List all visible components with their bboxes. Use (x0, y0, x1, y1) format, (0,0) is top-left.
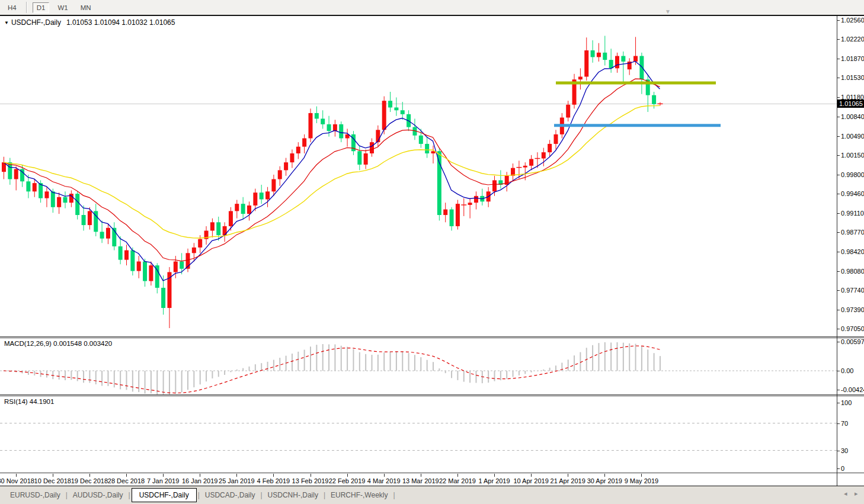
date-axis-tick (384, 474, 385, 477)
date-axis-tick (89, 474, 90, 477)
rsi-axis-tick (837, 451, 840, 451)
price-axis-label: 0.97390 (841, 306, 864, 313)
date-axis-tick (347, 474, 348, 477)
date-axis-tick (568, 474, 568, 477)
rsi-name: RSI(14) (4, 398, 28, 405)
date-axis-tick (604, 474, 605, 477)
date-axis-tick (163, 474, 164, 477)
price-axis-tick (837, 329, 840, 329)
price-axis-tick (837, 194, 840, 194)
date-axis-tick (531, 474, 532, 477)
macd-axis-tick (837, 390, 840, 390)
chart-ohlc-values: 1.01053 1.01094 1.01032 1.01065 (66, 18, 175, 27)
chart-title: ▼USDCHF-,Daily1.01053 1.01094 1.01032 1.… (4, 18, 175, 27)
mt4-window: H4D1W1MN ▼ ▼USDCHF-,Daily1.01053 1.01094… (0, 0, 864, 504)
tab-eurchf-weekly[interactable]: EURCHF-,Weekly (325, 489, 393, 501)
tab-scroll-left-icon[interactable]: ◂ (844, 490, 847, 497)
price-axis-tick (837, 175, 840, 175)
tab-usdchf-daily[interactable]: USDCHF-,Daily (132, 488, 197, 502)
price-axis-tick (837, 310, 840, 310)
tab-usdcnh-daily[interactable]: USDCNH-,Daily (263, 489, 324, 501)
macd-label: MACD(12,26,9) 0.001548 0.003420 (4, 340, 112, 347)
price-axis-label: 0.98080 (841, 268, 864, 275)
tab-eurusd-daily[interactable]: EURUSD-,Daily (5, 489, 66, 501)
date-axis-tick (641, 474, 642, 477)
panel-separator (0, 473, 864, 473)
price-axis-tick (837, 232, 840, 233)
price-axis-tick (837, 290, 840, 291)
candles (2, 36, 663, 328)
timeframe-button-d1[interactable]: D1 (33, 2, 50, 13)
toolbar-separator (26, 2, 27, 13)
macd-axis-label: -0.004243 (841, 386, 864, 393)
price-axis-label: 0.99110 (841, 210, 864, 217)
price-axis-tick (837, 20, 840, 21)
chart-symbol-label: USDCHF-,Daily (11, 18, 61, 27)
price-axis-label: 0.99460 (841, 190, 864, 197)
rsi-axis-tick (837, 468, 840, 469)
price-axis-tick (837, 78, 840, 78)
rsi-axis-label: 70 (841, 420, 848, 427)
date-axis-tick (16, 474, 17, 477)
tab-audusd-daily[interactable]: AUDUSD-,Daily (68, 489, 129, 501)
date-axis-tick (457, 474, 458, 477)
price-axis-label: 0.97050 (841, 325, 864, 332)
rsi-label: RSI(14) 44.1901 (4, 398, 54, 405)
macd-values: 0.001548 0.003420 (53, 340, 112, 347)
date-axis-tick (421, 474, 421, 477)
rsi-axis-label: 0 (841, 465, 844, 472)
rsi-panel[interactable] (0, 396, 837, 473)
price-axis-label: 1.01870 (841, 55, 864, 62)
tab-usdcad-daily[interactable]: USDCAD-,Daily (200, 489, 261, 501)
main-price-chart[interactable] (0, 16, 837, 336)
tab-divider: | (393, 491, 395, 499)
macd-axis-tick (837, 371, 840, 371)
price-axis-tick (837, 155, 840, 156)
timeframe-button-mn[interactable]: MN (76, 2, 95, 13)
date-axis-label: 9 May 2019 (615, 477, 668, 484)
timeframe-button-h4[interactable]: H4 (4, 2, 21, 13)
price-axis-label: 1.02220 (841, 36, 864, 43)
rsi-axis-label: 30 (841, 447, 848, 454)
date-axis-tick (273, 474, 274, 477)
date-axis-tick (494, 474, 495, 477)
price-axis-tick (837, 136, 840, 137)
tab-divider: | (129, 491, 130, 499)
price-axis-tick (837, 213, 840, 214)
price-axis-tick (837, 117, 840, 117)
macd-signal-line (4, 346, 660, 393)
date-axis-tick (53, 474, 53, 477)
chart-tabs: EURUSD-,Daily|AUDUSD-,Daily|USDCHF-,Dail… (0, 486, 864, 504)
price-axis-label: 1.01180 (841, 94, 864, 101)
timeframe-button-w1[interactable]: W1 (53, 2, 72, 13)
macd-panel[interactable] (0, 338, 837, 394)
price-axis-label: 1.01530 (841, 74, 864, 81)
price-axis-tick (837, 59, 840, 59)
date-axis-tick (236, 474, 237, 477)
macd-name: MACD(12,26,9) (4, 340, 52, 347)
price-axis-label: 0.98420 (841, 248, 864, 255)
macd-histogram (4, 342, 660, 394)
price-axis-tick (837, 97, 840, 98)
tab-scroll-right-icon[interactable]: ▸ (855, 490, 858, 497)
date-axis-tick (311, 474, 311, 477)
price-axis-label: 0.97740 (841, 287, 864, 294)
date-axis-tick (200, 474, 200, 477)
macd-axis-label: 0.00 (841, 367, 853, 374)
price-axis-border (837, 16, 837, 486)
rsi-axis-tick (837, 423, 840, 424)
price-axis-label: 1.00490 (841, 133, 864, 140)
price-axis-label: 0.98770 (841, 229, 864, 236)
price-axis-label: 1.00840 (841, 113, 864, 120)
rsi-axis-label: 100 (841, 399, 852, 406)
scroll-to-end-icon[interactable]: ▼ (665, 8, 671, 15)
rsi-value: 44.1901 (30, 398, 55, 405)
price-axis-label: 1.02560 (841, 17, 864, 24)
symbol-dropdown-icon[interactable]: ▼ (4, 20, 9, 25)
date-axis-tick (126, 474, 127, 477)
price-axis-tick (837, 252, 840, 252)
price-axis-label: 1.00150 (841, 152, 864, 159)
price-axis-label: 0.99800 (841, 171, 864, 178)
macd-axis-label: 0.00597 (841, 338, 864, 345)
price-axis-tick (837, 39, 840, 40)
